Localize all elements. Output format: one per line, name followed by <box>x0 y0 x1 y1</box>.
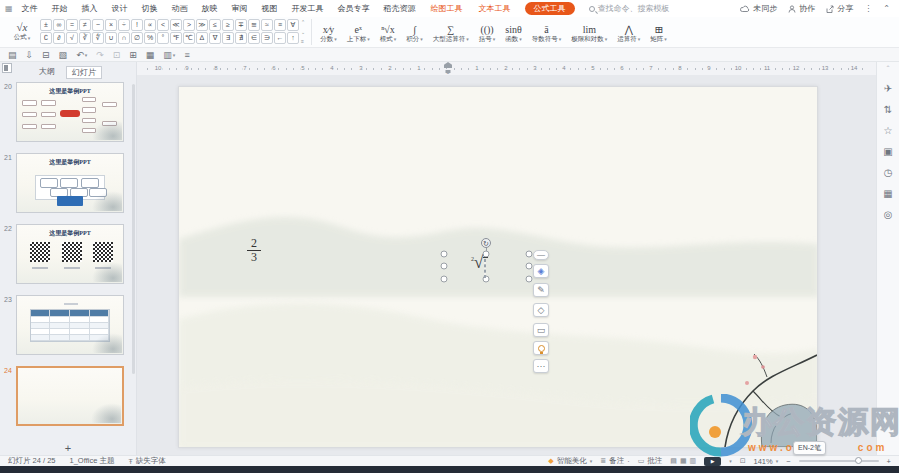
slide-thumbnail-23[interactable] <box>16 295 124 355</box>
zoom-in-button[interactable]: + <box>887 457 891 466</box>
formula-button[interactable]: √x 公式▾ <box>6 21 38 42</box>
smart-beautify-button[interactable]: ◆智能美化▾ <box>548 456 592 466</box>
app-grid-icon[interactable]: ▦ <box>5 4 13 13</box>
ruler-origin-marker[interactable] <box>444 62 452 68</box>
symbol-button-39[interactable]: ↑ <box>287 32 299 44</box>
comments-button[interactable]: ▭批注 <box>638 456 663 466</box>
ribbon-group-4[interactable]: ∑大型运算符▾ <box>428 19 474 45</box>
material-icon[interactable]: ▣ <box>883 146 892 157</box>
symbol-button-6[interactable]: ÷ <box>118 19 130 31</box>
symbol-button-2[interactable]: = <box>66 19 78 31</box>
symbol-button-25[interactable]: ∪ <box>105 32 117 44</box>
fit-window-icon[interactable]: ⊡ <box>740 457 746 465</box>
transition-icon[interactable]: ⇅ <box>884 104 892 115</box>
ribbon-group-1[interactable]: eˣ上下标▾ <box>342 19 375 45</box>
slide-thumbnail-24[interactable] <box>16 366 124 426</box>
ribbon-group-7[interactable]: ā导数符号▾ <box>527 19 567 45</box>
symbol-button-13[interactable]: ≤ <box>209 19 221 31</box>
symbol-button-23[interactable]: ∛ <box>79 32 91 44</box>
symbol-button-30[interactable]: ℉ <box>170 32 182 44</box>
tab-formula-tools[interactable]: 公式工具 <box>525 2 575 15</box>
panel-tab-1[interactable]: 幻灯片 <box>66 66 102 79</box>
ribbon-group-6[interactable]: sinθ函数▾ <box>500 19 527 45</box>
zoom-out-button[interactable]: − <box>786 457 790 466</box>
slideshow-play-button[interactable]: ▶ <box>704 457 721 466</box>
symbol-button-9[interactable]: < <box>157 19 169 31</box>
symbol-button-4[interactable]: ~ <box>92 19 104 31</box>
zoom-slider-knob[interactable] <box>855 457 862 464</box>
symbol-button-36[interactable]: ∈ <box>248 32 260 44</box>
symbol-button-7[interactable]: ! <box>131 19 143 31</box>
symbol-button-26[interactable]: ∩ <box>118 32 130 44</box>
menu-item-5[interactable]: 动画 <box>165 4 195 13</box>
ribbon-group-3[interactable]: ∫积分▾ <box>401 19 428 45</box>
selection-handle[interactable] <box>526 263 533 270</box>
properties-icon[interactable]: ✈ <box>884 83 892 94</box>
symbol-button-5[interactable]: × <box>105 19 117 31</box>
zoom-level[interactable]: 141%▾ <box>754 457 779 466</box>
save-button[interactable]: ▤ <box>8 50 17 60</box>
slide-thumbnail-21[interactable]: 这里是举例PPT <box>16 153 124 213</box>
slide-thumbnail-20[interactable]: 这里是举例PPT <box>16 82 124 142</box>
selection-handle[interactable] <box>441 251 448 258</box>
ribbon-group-9[interactable]: ⋀运算符▾ <box>612 19 645 45</box>
symbol-button-8[interactable]: ∝ <box>144 19 156 31</box>
selection-handle[interactable] <box>526 251 533 258</box>
sidebar-handle[interactable]: ⌃ <box>877 62 899 71</box>
context-tab-1[interactable]: 文本工具 <box>471 4 519 13</box>
menu-item-7[interactable]: 审阅 <box>225 4 255 13</box>
ime-indicator[interactable]: EN-2笔 <box>793 441 826 455</box>
zoom-slider[interactable] <box>799 460 879 462</box>
print-button[interactable]: ⊟ <box>42 50 50 60</box>
menu-item-0[interactable]: 文件 <box>15 4 45 13</box>
layout-button[interactable]: ▦ <box>146 50 155 60</box>
context-tab-0[interactable]: 绘图工具 <box>423 4 471 13</box>
view-mode-1-icon[interactable]: ▦ <box>680 457 687 465</box>
menu-item-2[interactable]: 插入 <box>75 4 105 13</box>
selection-handle[interactable] <box>441 276 448 283</box>
symbol-button-14[interactable]: ≥ <box>222 19 234 31</box>
symbol-button-33[interactable]: ∇ <box>209 32 221 44</box>
format-painter-button[interactable]: ▧ <box>59 50 68 60</box>
selection-handle[interactable] <box>526 276 533 283</box>
collaborate-button[interactable]: 协作 <box>788 3 815 14</box>
undo-button[interactable]: ↶▾ <box>76 50 87 60</box>
symbol-button-24[interactable]: ∜ <box>92 32 104 44</box>
collapse-ribbon-icon[interactable]: ⌃ <box>883 4 890 13</box>
paste-style-button[interactable]: ◈ <box>533 264 549 278</box>
symbol-button-0[interactable]: ± <box>40 19 52 31</box>
symbol-button-1[interactable]: ∞ <box>53 19 65 31</box>
symbol-button-15[interactable]: ∓ <box>235 19 247 31</box>
shape-button[interactable]: ◇ <box>533 303 549 317</box>
ribbon-group-5[interactable]: (())括号▾ <box>474 19 501 45</box>
rotate-handle[interactable]: ↻ <box>481 238 491 248</box>
frame-button[interactable]: ▭ <box>533 323 549 337</box>
menu-item-1[interactable]: 开始 <box>45 4 75 13</box>
view-mode-2-icon[interactable]: ▥ <box>690 457 697 465</box>
edit-button[interactable]: ✎ <box>533 283 549 297</box>
tips-button[interactable] <box>533 341 549 355</box>
layout-corner-icon[interactable] <box>2 63 12 73</box>
symbol-button-22[interactable]: √ <box>66 32 78 44</box>
menu-item-3[interactable]: 设计 <box>105 4 135 13</box>
symbol-button-21[interactable]: ∂ <box>53 32 65 44</box>
equation-placeholder-slot[interactable] <box>484 259 486 278</box>
export-button[interactable]: ⇩ <box>26 50 34 60</box>
new-slide-button[interactable]: ⊞ <box>129 50 137 60</box>
symbol-button-17[interactable]: ≈ <box>261 19 273 31</box>
symbol-button-34[interactable]: ∃ <box>222 32 234 44</box>
symbol-button-29[interactable]: ° <box>157 32 169 44</box>
symbol-button-32[interactable]: ∆ <box>196 32 208 44</box>
slide-thumbnail-22[interactable]: 这里是举例PPT <box>16 224 124 284</box>
picture-button[interactable]: ▥▾ <box>163 50 175 60</box>
panel-tab-0[interactable]: 大纲 <box>34 66 60 79</box>
symbol-button-16[interactable]: ≅ <box>248 19 260 31</box>
symbol-button-27[interactable]: ∅ <box>131 32 143 44</box>
symbol-button-12[interactable]: ≫ <box>196 19 208 31</box>
menu-item-10[interactable]: 会员专享 <box>331 4 377 13</box>
editing-canvas[interactable]: 2 3 ↻ 2 √ —◈✎◇▭··· <box>137 75 876 455</box>
add-slide-button[interactable]: + <box>0 442 136 454</box>
symbol-button-19[interactable]: ∀ <box>287 19 299 31</box>
menu-item-8[interactable]: 视图 <box>255 4 285 13</box>
fraction-two-thirds[interactable]: 2 3 <box>247 237 261 264</box>
